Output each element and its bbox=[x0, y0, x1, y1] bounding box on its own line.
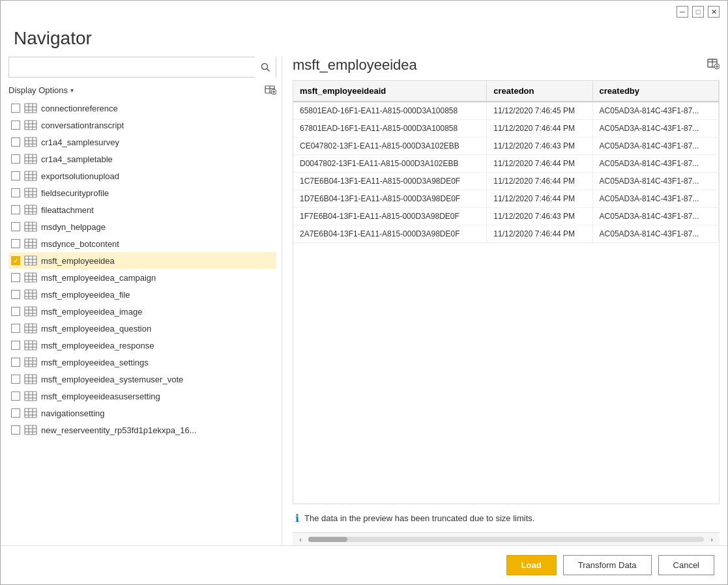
list-item[interactable]: msft_employeeidea_systemuser_vote bbox=[8, 371, 276, 388]
list-item-checkbox[interactable] bbox=[11, 392, 20, 401]
svg-line-1 bbox=[267, 69, 270, 72]
list-item-checkbox[interactable] bbox=[11, 121, 20, 130]
svg-rect-38 bbox=[25, 205, 36, 214]
list-item-checkbox[interactable] bbox=[11, 290, 20, 299]
list-item-checkbox[interactable] bbox=[11, 154, 20, 164]
table-icon bbox=[24, 306, 37, 317]
table-icon bbox=[24, 221, 37, 232]
list-item[interactable]: ✓ msft_employeeidea bbox=[8, 252, 276, 269]
list-item-checkbox[interactable] bbox=[11, 375, 20, 384]
list-item[interactable]: connectionreference bbox=[8, 100, 276, 117]
list-item-checkbox[interactable] bbox=[11, 324, 20, 333]
maximize-button[interactable]: □ bbox=[692, 6, 704, 18]
table-cell: AC05AD3A-814C-43F1-87... bbox=[592, 120, 718, 137]
list-item[interactable]: msdynce_botcontent bbox=[8, 235, 276, 252]
list-item[interactable]: fieldsecurityprofile bbox=[8, 184, 276, 201]
list-item[interactable]: msft_employeeidea_response bbox=[8, 337, 276, 354]
list-item[interactable]: msft_employeeidea_settings bbox=[8, 354, 276, 371]
list-item[interactable]: cr1a4_sampletable bbox=[8, 150, 276, 167]
list-item[interactable]: exportsolutionupload bbox=[8, 167, 276, 184]
list-item-checkbox[interactable] bbox=[11, 222, 20, 231]
search-box bbox=[8, 57, 276, 78]
scroll-left-button[interactable]: ‹ bbox=[294, 533, 307, 546]
table-row: 1F7E6B04-13F1-EA11-A815-000D3A98DE0F11/1… bbox=[293, 208, 719, 225]
display-options-label: Display Options bbox=[8, 85, 68, 95]
truncated-message: ℹ The data in the preview has been trunc… bbox=[293, 504, 720, 532]
list-item-checkbox[interactable] bbox=[11, 341, 20, 350]
chevron-down-icon: ▾ bbox=[70, 87, 74, 94]
table-cell: 11/12/2020 7:46:44 PM bbox=[487, 120, 592, 137]
list-item[interactable]: msft_employeeidea_file bbox=[8, 286, 276, 303]
list-item-checkbox[interactable] bbox=[11, 273, 20, 282]
table-icon bbox=[24, 374, 37, 384]
search-input[interactable] bbox=[9, 57, 255, 77]
svg-rect-23 bbox=[25, 154, 36, 164]
preview-table-wrapper[interactable]: msft_employeeideaidcreatedoncreatedby 65… bbox=[293, 80, 720, 504]
list-item-checkbox[interactable]: ✓ bbox=[11, 256, 20, 265]
list-item-label: msft_employeeideasusersetting bbox=[41, 392, 160, 401]
cancel-button[interactable]: Cancel bbox=[658, 555, 714, 575]
table-cell: AC05AD3A-814C-43F1-87... bbox=[592, 225, 718, 243]
list-item-label: msdynce_botcontent bbox=[41, 239, 119, 249]
list-item-checkbox[interactable] bbox=[11, 205, 20, 214]
list-item[interactable]: new_reserveentity_rp53fd1p1ekxpa_16... bbox=[8, 421, 276, 438]
right-panel: msft_employeeidea msft_employeeideaidcre… bbox=[282, 57, 720, 545]
table-icon bbox=[24, 120, 37, 130]
list-item[interactable]: msdyn_helppage bbox=[8, 218, 276, 235]
list-item-label: msft_employeeidea_systemuser_vote bbox=[41, 375, 183, 384]
svg-rect-78 bbox=[25, 341, 36, 350]
list-item-checkbox[interactable] bbox=[11, 188, 20, 197]
list-item-checkbox[interactable] bbox=[11, 171, 20, 180]
transform-data-button[interactable]: Transform Data bbox=[563, 555, 652, 575]
svg-rect-43 bbox=[25, 222, 36, 231]
list-item[interactable]: fileattachment bbox=[8, 201, 276, 218]
list-item-checkbox[interactable] bbox=[11, 307, 20, 316]
table-cell: 11/12/2020 7:46:44 PM bbox=[487, 190, 592, 208]
entity-list[interactable]: connectionreference conversationtranscri… bbox=[8, 100, 276, 545]
list-item-checkbox[interactable] bbox=[11, 358, 20, 367]
list-item-label: msft_employeeidea_file bbox=[41, 290, 130, 300]
list-item[interactable]: msft_employeeideasusersetting bbox=[8, 388, 276, 405]
list-item[interactable]: msft_employeeidea_question bbox=[8, 320, 276, 337]
add-table-button[interactable] bbox=[265, 84, 276, 96]
table-icon bbox=[24, 137, 37, 147]
list-item[interactable]: cr1a4_samplesurvey bbox=[8, 134, 276, 150]
list-item-checkbox[interactable] bbox=[11, 408, 20, 418]
list-item[interactable]: conversationtranscript bbox=[8, 117, 276, 134]
list-item-label: fieldsecurityprofile bbox=[41, 188, 109, 198]
list-item-checkbox[interactable] bbox=[11, 104, 20, 113]
table-icon bbox=[24, 391, 37, 401]
search-button[interactable] bbox=[255, 57, 276, 78]
column-header: createdon bbox=[487, 81, 592, 102]
list-item-checkbox[interactable] bbox=[11, 137, 20, 147]
scroll-thumb[interactable] bbox=[308, 537, 347, 542]
display-options-button[interactable]: Display Options ▾ bbox=[8, 85, 74, 95]
close-button[interactable]: ✕ bbox=[708, 6, 720, 18]
table-icon bbox=[24, 357, 37, 367]
scroll-right-button[interactable]: › bbox=[705, 533, 718, 546]
minimize-button[interactable]: ─ bbox=[677, 6, 688, 18]
list-item[interactable]: navigationsetting bbox=[8, 405, 276, 421]
horizontal-scrollbar[interactable]: ‹ › bbox=[293, 532, 720, 545]
load-button[interactable]: Load bbox=[506, 555, 557, 575]
list-item-label: msft_employeeidea_question bbox=[41, 324, 151, 334]
list-item-checkbox[interactable] bbox=[11, 239, 20, 248]
list-item-checkbox[interactable] bbox=[11, 425, 20, 435]
list-item-label: msft_employeeidea_response bbox=[41, 341, 154, 350]
table-icon bbox=[24, 425, 37, 435]
table-cell: AC05AD3A-814C-43F1-87... bbox=[592, 173, 718, 190]
svg-rect-73 bbox=[25, 324, 36, 333]
table-icon bbox=[24, 272, 37, 283]
svg-rect-58 bbox=[25, 273, 36, 282]
table-cell: 1F7E6B04-13F1-EA11-A815-000D3A98DE0F bbox=[293, 208, 487, 225]
list-item-label: new_reserveentity_rp53fd1p1ekxpa_16... bbox=[41, 425, 197, 435]
preview-table: msft_employeeideaidcreatedoncreatedby 65… bbox=[293, 81, 719, 243]
svg-rect-28 bbox=[25, 171, 36, 180]
table-row: 65801EAD-16F1-EA11-A815-000D3A10085811/1… bbox=[293, 102, 719, 120]
svg-rect-63 bbox=[25, 290, 36, 299]
list-item[interactable]: msft_employeeidea_image bbox=[8, 303, 276, 320]
table-icon bbox=[24, 238, 37, 249]
preview-options-button[interactable] bbox=[706, 57, 720, 74]
list-item-label: exportsolutionupload bbox=[41, 171, 119, 181]
list-item[interactable]: msft_employeeidea_campaign bbox=[8, 269, 276, 286]
